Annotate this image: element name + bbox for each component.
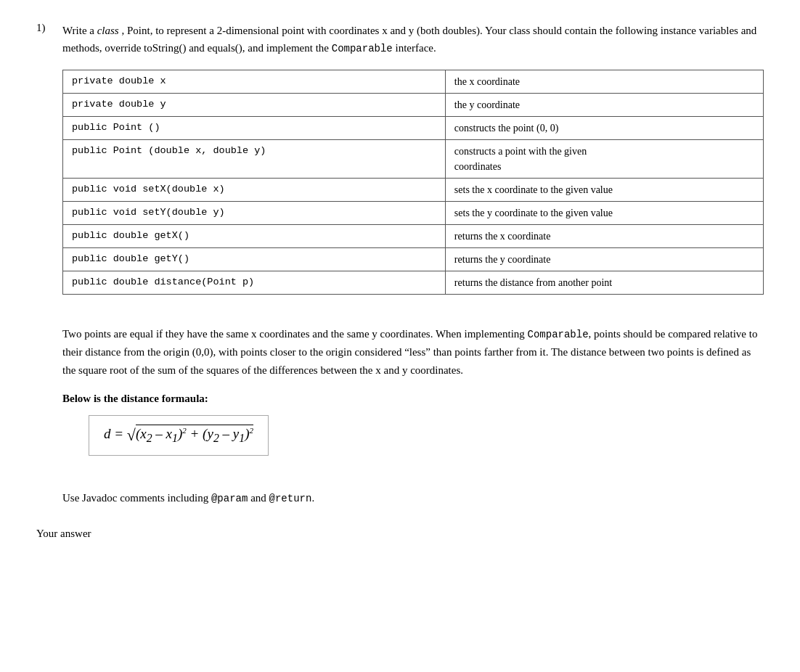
javadoc-param: @param (211, 493, 248, 504)
question-description: Write a class , Point, to represent a 2-… (62, 22, 764, 308)
method-signature-cell: private double y (63, 94, 446, 117)
question-block: 1) Write a class , Point, to represent a… (36, 22, 764, 308)
question-number: 1) (36, 22, 54, 308)
table-row: public Point (double x, double y)constru… (63, 140, 764, 179)
methods-table-wrapper: private double xthe x coordinateprivate … (62, 70, 764, 295)
distance-formula-box: d = √(x2 – x1)2 + (y2 – y1)2 (89, 415, 269, 456)
table-row: public Point ()constructs the point (0, … (63, 117, 764, 140)
below-formula-label: Below is the distance formaula: (62, 393, 764, 405)
table-row: public double distance(Point p)returns t… (63, 271, 764, 295)
table-row: public double getX()returns the x coordi… (63, 225, 764, 248)
comparable-interface-word: Comparable (332, 43, 393, 54)
method-description-cell: constructs a point with the givencoordin… (445, 140, 763, 179)
methods-table: private double xthe x coordinateprivate … (62, 70, 764, 295)
javadoc-text2: and (248, 492, 269, 504)
method-signature-cell: public void setY(double y) (63, 202, 446, 225)
question-intro3: interface. (393, 42, 436, 54)
method-description-cell: the y coordinate (445, 94, 763, 117)
your-answer-label: Your answer (36, 528, 764, 540)
question-intro: Write a (62, 25, 97, 36)
method-description-cell: sets the x coordinate to the given value (445, 179, 763, 202)
comparable-paragraph: Two points are equal if they have the sa… (62, 325, 764, 380)
javadoc-return: @return (269, 493, 312, 504)
javadoc-text1: Use Javadoc comments including (62, 492, 211, 504)
method-signature-cell: public Point () (63, 117, 446, 140)
paragraph-text1: Two points are equal if they have the sa… (62, 328, 528, 340)
method-signature-cell: public double getY() (63, 248, 446, 271)
formula-container: d = √(x2 – x1)2 + (y2 – y1)2 (62, 415, 764, 472)
table-row: public void setX(double x)sets the x coo… (63, 179, 764, 202)
below-label-text: Below is the distance formaula: (62, 393, 208, 404)
method-signature-cell: private double x (63, 70, 446, 94)
method-description-cell: constructs the point (0, 0) (445, 117, 763, 140)
table-row: private double xthe x coordinate (63, 70, 764, 94)
formula-math: d = √(x2 – x1)2 + (y2 – y1)2 (104, 426, 253, 441)
method-signature-cell: public void setX(double x) (63, 179, 446, 202)
method-description-cell: sets the y coordinate to the given value (445, 202, 763, 225)
table-row: public double getY()returns the y coordi… (63, 248, 764, 271)
javadoc-text3: . (311, 492, 314, 504)
javadoc-instruction: Use Javadoc comments including @param an… (62, 489, 764, 507)
table-row: public void setY(double y)sets the y coo… (63, 202, 764, 225)
method-description-cell: returns the x coordinate (445, 225, 763, 248)
method-signature-cell: public Point (double x, double y) (63, 140, 446, 179)
class-italic-word: class (97, 25, 119, 36)
comparable-mono-paragraph: Comparable (528, 329, 589, 340)
question-section: 1) Write a class , Point, to represent a… (36, 22, 764, 540)
method-signature-cell: public double getX() (63, 225, 446, 248)
method-description-cell: returns the y coordinate (445, 248, 763, 271)
method-description-cell: the x coordinate (445, 70, 763, 94)
method-signature-cell: public double distance(Point p) (63, 271, 446, 295)
method-description-cell: returns the distance from another point (445, 271, 763, 295)
table-row: private double ythe y coordinate (63, 94, 764, 117)
